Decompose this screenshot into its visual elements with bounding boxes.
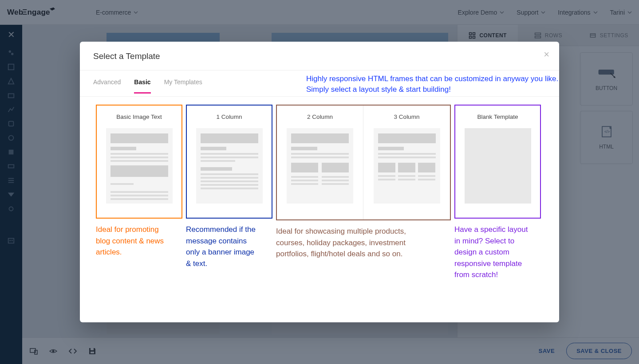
template-desc: Recommended if the message contains only… <box>186 219 261 269</box>
template-2-column[interactable]: 2 Column <box>277 106 363 219</box>
template-desc: Ideal for promoting blog content & news … <box>96 219 171 258</box>
modal-title: Select a Template <box>93 51 546 61</box>
tab-advanced[interactable]: Advanced <box>93 70 121 92</box>
tab-basic[interactable]: Basic <box>134 70 150 94</box>
modal-tabs: Advanced Basic My Templates Highly respo… <box>80 70 559 97</box>
template-thumbnail <box>287 128 353 204</box>
template-thumbnail <box>196 128 263 204</box>
modal-close-button[interactable]: × <box>544 50 549 59</box>
template-1-column[interactable]: 1 Column <box>186 105 272 219</box>
template-3-column[interactable]: 3 Column <box>363 106 450 219</box>
template-thumbnail <box>465 128 531 204</box>
template-desc: Have a specific layout in mind? Select t… <box>454 219 530 281</box>
select-template-modal: × Select a Template Advanced Basic My Te… <box>80 42 559 322</box>
template-basic-image-text[interactable]: Basic Image Text <box>96 105 182 219</box>
template-blank[interactable]: Blank Template <box>454 105 541 219</box>
intro-text: Highly responsive HTML frames that can b… <box>306 74 558 95</box>
template-desc: Ideal for showcasing multiple products, … <box>276 220 414 260</box>
template-cards: Basic Image Text Ideal for promoting blo… <box>80 97 559 285</box>
tab-my-templates[interactable]: My Templates <box>164 70 202 92</box>
template-thumbnail <box>106 128 173 204</box>
template-thumbnail <box>374 128 440 204</box>
